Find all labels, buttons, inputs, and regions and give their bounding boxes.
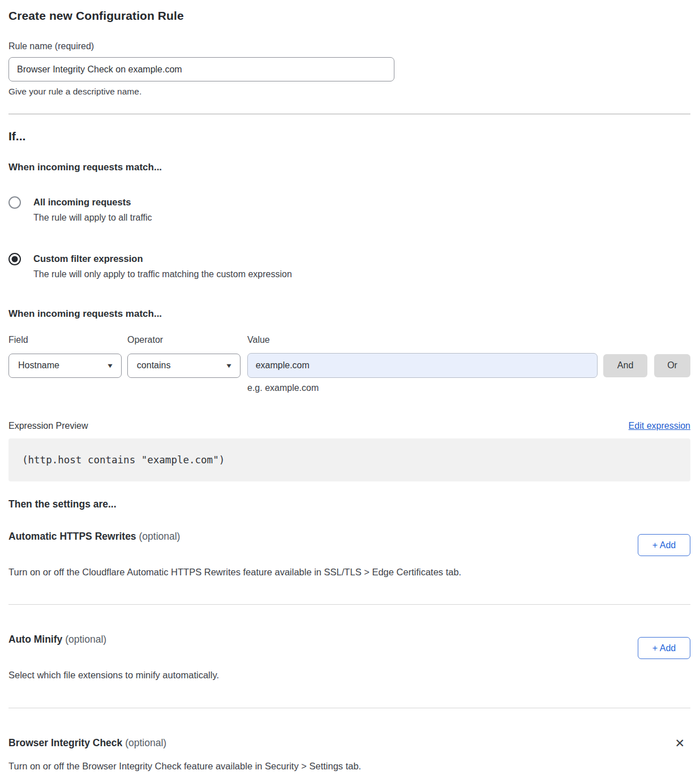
setting-automatic-https-rewrites: Automatic HTTPS Rewrites (optional) + Ad… — [8, 530, 690, 578]
value-input[interactable] — [247, 353, 598, 378]
setting-divider — [8, 604, 690, 605]
setting-description: Select which file extensions to minify a… — [8, 669, 574, 681]
option-custom-filter-expression[interactable]: Custom filter expression The rule will o… — [8, 252, 690, 280]
operator-select[interactable]: contains ▼ — [127, 354, 241, 378]
setting-name: Browser Integrity Check — [8, 737, 122, 748]
rule-name-label: Rule name (required) — [8, 41, 690, 51]
field-select[interactable]: Hostname ▼ — [8, 354, 122, 378]
edit-expression-link[interactable]: Edit expression — [629, 421, 690, 431]
operator-column-label: Operator — [127, 335, 247, 345]
expression-preview-label: Expression Preview — [8, 421, 88, 431]
add-automatic-https-rewrites-button[interactable]: + Add — [638, 534, 690, 556]
page-title: Create new Configuration Rule — [8, 9, 690, 23]
filter-expression-row: Hostname ▼ contains ▼ And Or — [8, 353, 690, 378]
setting-optional-tag: (optional) — [125, 737, 166, 748]
create-configuration-rule-page: Create new Configuration Rule Rule name … — [0, 0, 700, 779]
filter-column-labels: Field Operator Value — [8, 335, 690, 345]
and-button[interactable]: And — [603, 354, 647, 377]
setting-browser-integrity-check: Browser Integrity Check (optional) ✕ Tur… — [8, 737, 690, 779]
setting-title: Automatic HTTPS Rewrites (optional) — [8, 530, 180, 543]
option-all-incoming-requests[interactable]: All incoming requests The rule will appl… — [8, 196, 690, 223]
chevron-down-icon: ▼ — [106, 362, 114, 369]
setting-name: Auto Minify — [8, 634, 62, 645]
field-column-label: Field — [8, 335, 127, 345]
radio-label: All incoming requests — [33, 196, 152, 208]
setting-description: Turn on or off the Browser Integrity Che… — [8, 760, 574, 772]
or-button[interactable]: Or — [654, 354, 690, 377]
setting-title: Auto Minify (optional) — [8, 633, 106, 645]
if-heading: If... — [8, 130, 690, 143]
chevron-down-icon: ▼ — [225, 362, 233, 369]
add-auto-minify-button[interactable]: + Add — [638, 637, 690, 659]
setting-name: Automatic HTTPS Rewrites — [8, 531, 136, 542]
field-select-value: Hostname — [18, 360, 59, 371]
radio-all-incoming-requests[interactable] — [8, 196, 21, 209]
value-help-text: e.g. example.com — [247, 383, 690, 393]
then-settings-heading: Then the settings are... — [8, 498, 690, 510]
radio-description: The rule will only apply to traffic matc… — [33, 269, 292, 280]
when-match-heading: When incoming requests match... — [8, 162, 690, 173]
setting-optional-tag: (optional) — [139, 531, 180, 542]
setting-optional-tag: (optional) — [65, 634, 106, 645]
setting-description: Turn on or off the Cloudflare Automatic … — [8, 566, 574, 578]
close-icon[interactable]: ✕ — [672, 737, 687, 750]
radio-description: The rule will apply to all traffic — [33, 212, 152, 223]
setting-title: Browser Integrity Check (optional) — [8, 737, 166, 749]
radio-label: Custom filter expression — [33, 252, 292, 265]
setting-auto-minify: Auto Minify (optional) + Add Select whic… — [8, 633, 690, 681]
filter-builder-heading: When incoming requests match... — [8, 308, 690, 320]
rule-name-input[interactable] — [8, 57, 394, 81]
setting-divider — [8, 708, 690, 708]
operator-select-value: contains — [137, 360, 171, 371]
rule-name-help: Give your rule a descriptive name. — [8, 87, 690, 97]
value-column-label: Value — [247, 335, 270, 345]
section-divider — [8, 114, 690, 114]
expression-preview-code: (http.host contains "example.com") — [8, 438, 690, 481]
radio-custom-filter-expression[interactable] — [8, 253, 21, 265]
expression-preview-header: Expression Preview Edit expression — [8, 421, 690, 431]
